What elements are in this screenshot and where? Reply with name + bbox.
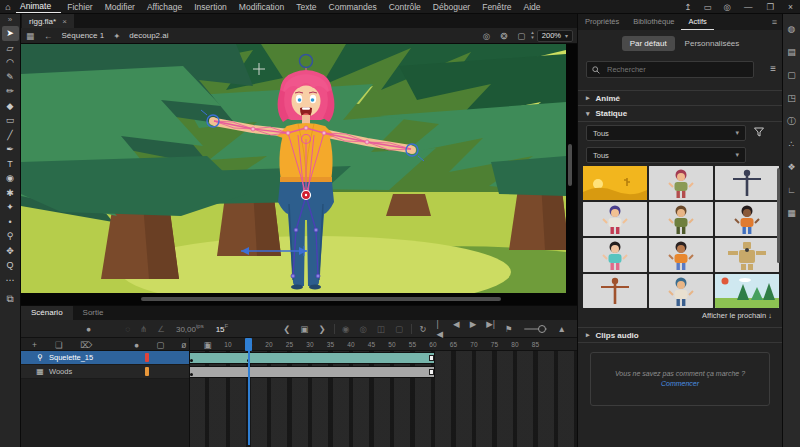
bone-tool[interactable]: ⚲ [2,229,19,244]
span-end-marker[interactable] [429,355,434,361]
lasso-tool[interactable]: ◠ [2,55,19,70]
free-transform-tool[interactable]: ▱ [2,41,19,56]
rectangle-tool[interactable]: ▭ [2,113,19,128]
motion-editor-panel-icon[interactable]: ∟ [787,179,796,202]
menu-contrôle[interactable]: Contrôle [383,2,427,12]
breadcrumb-symbol[interactable]: decoup2.ai [125,31,172,40]
stage-vertical-scrollbar[interactable] [568,144,572,186]
zoom-stepper[interactable]: ▲▼ [530,31,534,40]
hand-tool[interactable]: ✥ [2,244,19,259]
edit-multiple-frames-icon[interactable]: ▢ [390,324,408,334]
current-frame-value[interactable]: 15F [210,323,235,334]
document-tab-close-icon[interactable]: × [62,17,67,26]
line-tool[interactable]: ╱ [2,128,19,143]
toolbar-collapse-icon[interactable]: » [8,14,12,26]
asset-thumbnail-boy-cap[interactable] [649,274,713,308]
asset-thumbnail-robot-tan[interactable] [715,238,779,272]
stage-canvas[interactable] [21,44,577,305]
history-panel-icon[interactable]: ∴ [789,133,795,156]
window-restore-button[interactable]: ❐ [759,2,781,12]
section-anime[interactable]: ▸ Animé [578,90,783,106]
zoom-tool[interactable]: Q [2,258,19,273]
menu-fenêtre[interactable]: Fenêtre [476,2,517,12]
timeline-zoom-slider[interactable] [524,328,547,330]
layer-row-woods[interactable]: ▦Woods [21,365,189,379]
text-tool[interactable]: T [2,157,19,172]
resize-frames-icon[interactable]: ▲ [553,324,571,334]
onion-range-icon[interactable]: ◫ [372,324,390,334]
shape-brush-tool[interactable]: ◆ [2,99,19,114]
layer-color-chip[interactable] [145,367,149,376]
next-keyframe-icon[interactable]: ❯ [313,324,330,334]
prev-keyframe-icon[interactable]: ❮ [278,324,295,334]
menu-fichier[interactable]: Fichier [61,2,99,12]
asset-thumbnail-rig-dark[interactable] [715,166,779,200]
frame-span[interactable] [189,352,435,364]
pen-tool[interactable]: ✒ [2,142,19,157]
filter-funnel-icon[interactable] [754,127,764,137]
paint-bucket-tool[interactable]: ◉ [2,171,19,186]
breadcrumb-scene[interactable]: Séquence 1 [58,31,109,40]
keyframe-dot[interactable] [190,359,194,363]
layer-color-chip[interactable] [145,353,149,362]
panel-tab-propriétés[interactable]: Propriétés [578,14,626,30]
onion-skin-icon[interactable]: ◉ [337,324,354,334]
timeline-eye-icon[interactable]: ◌ [120,324,135,334]
stage-horizontal-scrollbar[interactable] [141,297,501,301]
fluid-brush-tool[interactable]: ✎ [2,70,19,85]
menu-déboguer[interactable]: Déboguer [427,2,476,12]
timeline-record-icon[interactable]: ● [81,324,96,334]
selection-tool[interactable]: ➤ [2,26,19,41]
search-box[interactable] [586,61,754,78]
center-frame-icon[interactable]: ▣ [295,324,313,334]
timeline-graph-icon[interactable]: ∠ [152,324,170,334]
frame-span[interactable] [189,366,435,378]
zoom-fit-icon[interactable]: ◎ [478,31,495,41]
play-icon[interactable]: ▶ [465,319,482,339]
info-panel-icon[interactable]: ⓘ [787,110,796,133]
timeline-tab-scénario[interactable]: Scénario [21,306,73,320]
asset-thumbnail-girl-blue[interactable] [583,202,647,236]
section-statique[interactable]: ▾ Statique [578,106,783,122]
scene-clapper-icon[interactable]: ▦ [21,31,39,41]
asset-thumbnail-forest-scene[interactable] [715,274,779,308]
document-tab[interactable]: rigg.fla* × [22,14,74,28]
keyboard-panel-icon[interactable]: ▦ [787,202,796,225]
filter-custom-button[interactable]: Personnalisées [685,39,740,48]
zoom-level-select[interactable]: 200% ▾ [537,30,573,42]
profile-icon[interactable]: ◎ [717,2,736,12]
window-minimize-button[interactable]: — [737,2,760,12]
menu-affichage[interactable]: Affichage [141,2,188,12]
asset-thumbnail-rig-red[interactable] [583,274,647,308]
asset-thumbnail-girl-red[interactable] [649,166,713,200]
loop-icon[interactable]: ↻ [414,324,431,334]
asset-thumbnail-boy-afro[interactable] [649,238,713,272]
panel-tab-actifs[interactable]: Actifs [681,14,713,30]
show-next-link[interactable]: Afficher le prochain ↓ [702,311,772,320]
back-arrow-icon[interactable]: ← [39,31,58,41]
app-menu[interactable]: Animate [16,0,61,13]
frame-picker-panel-icon[interactable]: ▢ [787,64,796,87]
asset-thumbnail-girl-orange[interactable] [715,202,779,236]
step-forward-icon[interactable]: ▶| [481,319,500,339]
asset-thumbnail-girl-teal[interactable] [583,238,647,272]
menu-modification[interactable]: Modification [233,2,290,12]
panel-tab-bibliothèque[interactable]: Bibliothèque [626,14,681,30]
onion-outline-icon[interactable]: ◎ [354,324,371,334]
playhead-line[interactable] [248,338,250,445]
go-first-frame-icon[interactable]: |◀ [432,319,449,339]
assets-panel-icon[interactable]: ◍ [788,18,796,41]
menu-modifier[interactable]: Modifier [99,2,141,12]
library-panel-icon[interactable]: ▤ [787,41,796,64]
filter-default-button[interactable]: Par défaut [622,36,675,51]
assets-scrollbar[interactable] [777,168,780,263]
subcategory-dropdown[interactable]: Tous ▾ [586,147,746,163]
timeline-ruler[interactable]: 510152025303540455055606570758085 [21,338,577,351]
span-end-marker[interactable] [429,369,434,375]
asset-thumbnail-desert-scene[interactable] [583,166,647,200]
onion-skin-icon[interactable]: ❂ [495,31,512,41]
slider-knob[interactable] [538,325,546,333]
panel-menu-icon[interactable]: ≡ [766,17,783,27]
width-tool[interactable]: • [2,215,19,230]
search-input[interactable] [605,64,748,75]
